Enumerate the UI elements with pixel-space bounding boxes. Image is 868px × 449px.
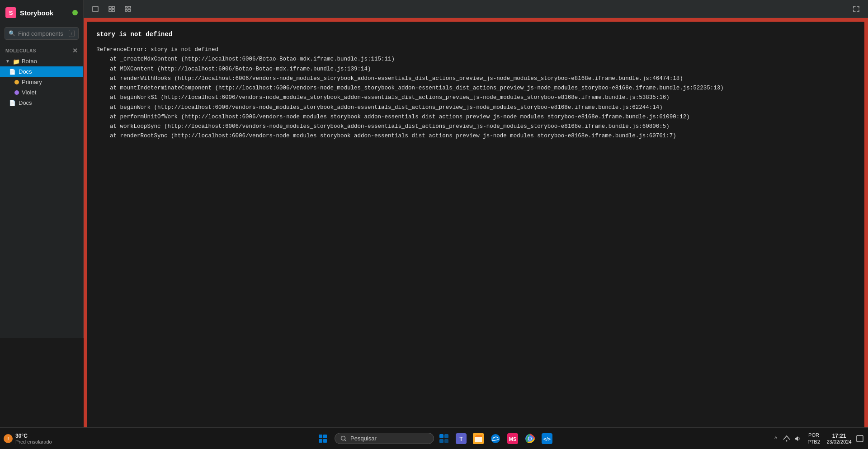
taskbar-icon-edge[interactable] xyxy=(488,431,503,446)
error-body: ReferenceError: story is not defined at … xyxy=(96,45,855,141)
taskbar: ! 30°C Pred ensolarado Pesquisar xyxy=(0,427,868,449)
error-line-3: at renderWithHooks (http://localhost:600… xyxy=(96,74,855,84)
notification-temp: 30°C xyxy=(15,433,52,439)
section-label: MOLECULAS ✕ xyxy=(0,44,83,56)
svg-point-17 xyxy=(491,434,500,443)
search-box[interactable]: 🔍 Find components / xyxy=(5,27,79,40)
notification-center-icon[interactable] xyxy=(855,434,864,443)
folder-icon: 📁 xyxy=(13,58,19,65)
taskbar-notification: ! 30°C Pred ensolarado xyxy=(4,433,52,444)
nav-label-docs: Docs xyxy=(19,68,32,75)
storybook-logo-icon: S xyxy=(5,7,16,18)
svg-rect-3 xyxy=(109,9,111,12)
clock-time: 17:21 xyxy=(826,433,853,439)
expand-arrow-icon: ▼ xyxy=(5,59,10,64)
error-line-4: at mountIndeterminateComponent (http://l… xyxy=(96,84,855,93)
nav-label-primary: Primary xyxy=(22,79,42,85)
sidebar-item-primary[interactable]: Primary xyxy=(0,77,83,87)
svg-point-25 xyxy=(786,440,788,441)
svg-rect-8 xyxy=(128,9,131,11)
search-label: Find components xyxy=(18,30,66,37)
component-dot-violet-icon xyxy=(14,90,19,95)
error-line-8: at workLoopSync (http://localhost:6006/v… xyxy=(96,122,855,131)
taskbar-search[interactable]: Pesquisar xyxy=(335,433,434,444)
error-line-2: at MDXContent (http://localhost:6006/Bot… xyxy=(96,65,855,74)
expand-btn[interactable] xyxy=(850,3,863,15)
taskbar-icon-teams[interactable]: T xyxy=(454,431,468,446)
error-title: story is not defined xyxy=(96,31,855,38)
component-dot-icon xyxy=(14,80,19,84)
sidebar: S Storybook 🔍 Find components / MOLECULA… xyxy=(0,0,84,338)
taskbar-right: ^ POR PTB2 17:21 23/02/2024 xyxy=(771,432,864,445)
error-line-9: at renderRootSync (http://localhost:6006… xyxy=(96,131,855,141)
content-area: story is not defined ReferenceError: sto… xyxy=(84,18,868,449)
svg-point-22 xyxy=(528,437,531,440)
app-title: Storybook xyxy=(20,9,53,17)
sidebar-header: S Storybook xyxy=(0,0,83,25)
section-close-btn[interactable]: ✕ xyxy=(72,47,78,54)
nav-label-docs2: Docs xyxy=(19,99,32,106)
svg-text:MS: MS xyxy=(509,436,517,442)
tray-sound-icon[interactable] xyxy=(793,434,802,443)
sidebar-item-violet[interactable]: Violet xyxy=(0,87,83,98)
notification-dot: ! xyxy=(4,434,13,443)
toolbar xyxy=(84,0,868,18)
taskbar-center: Pesquisar T xyxy=(314,430,554,448)
clock-date: 23/02/2024 xyxy=(826,439,853,444)
taskbar-icon-chrome[interactable] xyxy=(523,431,537,446)
search-shortcut: / xyxy=(69,30,75,37)
error-line-5: at beginWork$1 (http://localhost:6006/ve… xyxy=(96,93,855,103)
svg-rect-6 xyxy=(128,6,131,8)
svg-rect-11 xyxy=(444,434,448,438)
error-line-6: at beginWork (http://localhost:6006/vend… xyxy=(96,103,855,112)
taskbar-icon-widget[interactable] xyxy=(437,431,451,446)
svg-rect-7 xyxy=(125,9,127,11)
taskbar-icon-explorer[interactable] xyxy=(471,431,486,446)
svg-rect-4 xyxy=(112,9,114,12)
notification-info: 30°C Pred ensolarado xyxy=(15,433,52,444)
sidebar-item-docs[interactable]: 📄 Docs xyxy=(0,66,83,77)
sidebar-item-botao[interactable]: ▼ 📁 Botao xyxy=(0,56,83,66)
svg-text:T: T xyxy=(459,436,463,442)
windows-start-button[interactable] xyxy=(314,430,332,448)
search-icon: 🔍 xyxy=(9,30,15,37)
taskbar-clock: 17:21 23/02/2024 xyxy=(826,433,853,444)
taskbar-search-icon xyxy=(340,435,347,442)
error-line-0: ReferenceError: story is not defined xyxy=(96,45,855,55)
svg-rect-26 xyxy=(857,435,863,442)
language-indicator: POR PTB2 xyxy=(805,432,823,445)
taskbar-icon-vscode[interactable]: </> xyxy=(540,431,554,446)
toolbar-right xyxy=(850,3,863,15)
taskbar-icon-store[interactable]: MS xyxy=(505,431,520,446)
view-grid-btn[interactable] xyxy=(105,3,118,15)
nav-label-botao: Botao xyxy=(22,58,37,65)
svg-rect-0 xyxy=(93,6,98,12)
svg-rect-5 xyxy=(125,6,127,8)
doc2-icon: 📄 xyxy=(9,100,16,106)
status-indicator xyxy=(72,10,78,15)
error-line-7: at performUnitOfWork (http://localhost:6… xyxy=(96,112,855,122)
svg-rect-10 xyxy=(439,434,443,438)
svg-rect-2 xyxy=(112,6,114,9)
svg-rect-13 xyxy=(444,439,448,443)
main-area: story is not defined ReferenceError: sto… xyxy=(84,0,868,449)
tray-chevron-icon[interactable]: ^ xyxy=(771,434,780,443)
svg-text:</>: </> xyxy=(543,436,551,442)
svg-rect-1 xyxy=(109,6,111,9)
system-tray: ^ xyxy=(771,434,802,443)
toolbar-left xyxy=(89,3,134,15)
view-list-btn[interactable] xyxy=(122,3,134,15)
sidebar-logo: S Storybook xyxy=(5,7,53,18)
tray-network-icon[interactable] xyxy=(782,434,791,443)
notification-text: Pred ensolarado xyxy=(15,439,52,444)
error-panel: story is not defined ReferenceError: sto… xyxy=(87,22,864,445)
svg-rect-12 xyxy=(439,439,443,443)
nav-label-violet: Violet xyxy=(22,89,36,96)
view-single-btn[interactable] xyxy=(89,3,102,15)
doc-icon: 📄 xyxy=(9,69,16,75)
sidebar-item-docs2[interactable]: 📄 Docs xyxy=(0,98,83,108)
error-line-1: at _createMdxContent (http://localhost:6… xyxy=(96,55,855,64)
taskbar-search-label: Pesquisar xyxy=(350,435,377,442)
